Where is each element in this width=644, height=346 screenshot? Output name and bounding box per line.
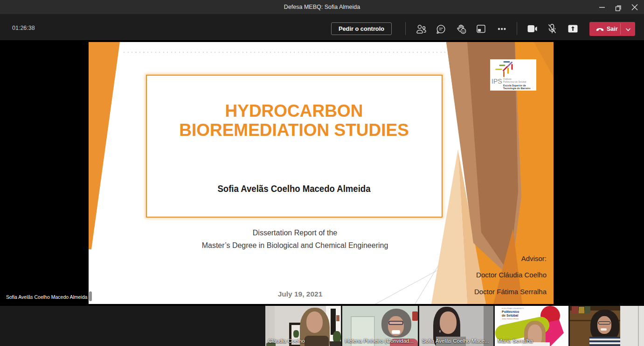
svg-text:Politécnico de Setúbal: Politécnico de Setúbal: [503, 80, 526, 83]
svg-text:IPS: IPS: [492, 78, 502, 85]
svg-text:Tecnologia do Barreiro: Tecnologia do Barreiro: [503, 87, 531, 90]
